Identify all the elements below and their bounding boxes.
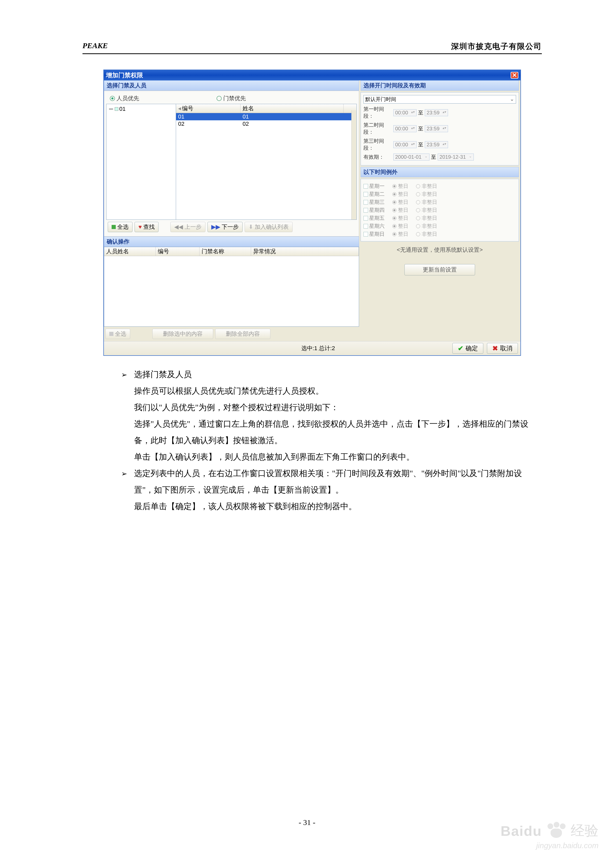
valid-label: 有效期： xyxy=(364,153,392,161)
status-text: 选中:1 总计:2 xyxy=(184,344,452,352)
radio-icon xyxy=(110,96,115,101)
not-whole-day-radio[interactable]: 非整日 xyxy=(416,207,437,214)
radio-door-first[interactable]: 门禁优先 xyxy=(216,95,246,102)
radio-icon xyxy=(216,96,222,101)
page-header: PEAKE 深圳市披克电子有限公司 xyxy=(82,41,542,54)
add-confirm-button[interactable]: ⬇加入确认列表 xyxy=(245,222,292,232)
whole-day-radio[interactable]: 整日 xyxy=(392,191,408,198)
day-row: 星期四整日非整日 xyxy=(364,207,516,214)
time3-start[interactable]: 00:00▴▾ xyxy=(393,141,417,148)
radio-personnel-first[interactable]: 人员优先 xyxy=(110,95,139,102)
select-all-button[interactable]: 全选 xyxy=(108,222,132,232)
day-checkbox[interactable]: 星期五 xyxy=(364,215,385,222)
add-permission-dialog: 增加门禁权限 ✕ 选择门禁及人员 人员优先 门禁优先 xyxy=(103,70,521,356)
whole-day-radio[interactable]: 整日 xyxy=(392,231,408,237)
day-row: 星期日整日非整日 xyxy=(364,231,516,237)
time1-end[interactable]: 23:59▴▾ xyxy=(425,109,448,116)
whole-day-radio[interactable]: 整日 xyxy=(392,207,408,214)
day-row: 星期一整日非整日 xyxy=(364,183,516,190)
instr-line: 选择"人员优先"，通过窗口左上角的群信息，找到欲授权的人员并选中，点击【下一步】… xyxy=(134,415,542,449)
date-end[interactable]: 2019-12-31⌄ xyxy=(438,153,474,161)
whole-day-radio[interactable]: 整日 xyxy=(392,215,408,222)
day-checkbox[interactable]: 星期二 xyxy=(364,191,385,198)
header-left: PEAKE xyxy=(82,41,108,52)
instr-title: 选择门禁及人员 xyxy=(134,366,542,383)
bullet-icon xyxy=(121,366,134,465)
add-icon: ⬇ xyxy=(249,224,253,230)
close-icon[interactable]: ✕ xyxy=(511,72,518,79)
except-section-header: 以下时间例外 xyxy=(361,167,519,177)
watermark-jing: 经验 xyxy=(571,822,598,840)
scrollbar[interactable] xyxy=(351,110,356,220)
instr-line: 选定列表中的人员，在右边工作窗口设置权限相关项："开门时间段及有效期"、"例外时… xyxy=(134,465,542,498)
dialog-title: 增加门禁权限 xyxy=(106,71,143,79)
to-label: 至 xyxy=(418,109,423,116)
not-whole-day-radio[interactable]: 非整日 xyxy=(416,215,437,222)
person-list[interactable]: ◂编号 姓名 01 01 02 02 xyxy=(176,104,356,220)
time2-end[interactable]: 23:59▴▾ xyxy=(425,125,448,132)
instr-line: 操作员可以根据人员优先或门禁优先进行人员授权。 xyxy=(134,383,542,399)
list-row[interactable]: 02 02 xyxy=(176,120,356,127)
day-row: 星期二整日非整日 xyxy=(364,191,516,198)
time3-end[interactable]: 23:59▴▾ xyxy=(425,141,448,148)
tree-root[interactable]: ─ 01 xyxy=(107,105,175,113)
cancel-button[interactable]: ✖取消 xyxy=(487,343,518,354)
watermark-url: jingyan.baidu.com xyxy=(501,841,598,850)
not-whole-day-radio[interactable]: 非整日 xyxy=(416,198,437,206)
x-icon: ✖ xyxy=(492,344,498,352)
prev-button[interactable]: ◀◀上一步 xyxy=(170,222,205,232)
update-button[interactable]: 更新当前设置 xyxy=(404,264,475,276)
day-checkbox[interactable]: 星期六 xyxy=(364,223,385,229)
delete-all-button[interactable]: 删除全部内容 xyxy=(215,329,270,339)
time1-start[interactable]: 00:00▴▾ xyxy=(393,109,417,116)
instr-line: 最后单击【确定】，该人员权限将被下载到相应的控制器中。 xyxy=(134,498,542,515)
whole-day-radio[interactable]: 整日 xyxy=(392,223,408,229)
prev-icon: ◀◀ xyxy=(174,224,183,230)
not-whole-day-radio[interactable]: 非整日 xyxy=(416,231,437,237)
titlebar: 增加门禁权限 ✕ xyxy=(104,70,521,81)
day-checkbox[interactable]: 星期四 xyxy=(364,207,385,214)
time2-start[interactable]: 00:00▴▾ xyxy=(393,125,417,132)
left-section-header: 选择门禁及人员 xyxy=(104,81,359,91)
header-right: 深圳市披克电子有限公司 xyxy=(451,41,542,52)
not-whole-day-radio[interactable]: 非整日 xyxy=(416,183,437,190)
day-checkbox[interactable]: 星期一 xyxy=(364,183,385,190)
whole-day-radio[interactable]: 整日 xyxy=(392,183,408,190)
radio-label: 门禁优先 xyxy=(223,95,246,102)
instr-line: 我们以"人员优先"为例，对整个授权过程进行说明如下： xyxy=(134,399,542,415)
not-whole-day-radio[interactable]: 非整日 xyxy=(416,191,437,198)
day-row: 星期五整日非整日 xyxy=(364,215,516,222)
list-row[interactable]: 01 01 xyxy=(176,113,356,120)
select-all-icon xyxy=(112,225,116,229)
ok-button[interactable]: ✔确定 xyxy=(452,343,483,354)
select-all-button-2[interactable]: 全选 xyxy=(106,329,130,339)
confirm-col-error[interactable]: 异常情况 xyxy=(251,247,359,256)
day-row: 星期六整日非整日 xyxy=(364,223,516,229)
note-line: <无通用设置，使用系统默认设置> xyxy=(361,243,519,264)
paw-icon xyxy=(546,822,567,840)
col-name[interactable]: 姓名 xyxy=(241,104,344,113)
date-start[interactable]: 2000-01-01⌄ xyxy=(393,153,429,161)
to-label: 至 xyxy=(418,141,423,148)
col-id[interactable]: 编号 xyxy=(182,105,193,112)
to-label: 至 xyxy=(418,125,423,132)
confirm-col-door[interactable]: 门禁名称 xyxy=(199,247,251,256)
next-icon: ▶▶ xyxy=(211,224,220,230)
open-time-select[interactable]: 默认开门时间⌄ xyxy=(364,95,516,104)
check-icon: ✔ xyxy=(458,344,463,352)
find-button[interactable]: ♥查找 xyxy=(135,222,159,232)
instructions: 选择门禁及人员 操作员可以根据人员优先或门禁优先进行人员授权。 我们以"人员优先… xyxy=(121,366,542,515)
delete-selected-button[interactable]: 删除选中的内容 xyxy=(152,329,213,339)
next-button[interactable]: ▶▶下一步 xyxy=(207,222,242,232)
not-whole-day-radio[interactable]: 非整日 xyxy=(416,223,437,229)
group-tree[interactable]: ─ 01 xyxy=(106,104,176,220)
bullet-icon xyxy=(121,465,134,515)
confirm-col-id[interactable]: 编号 xyxy=(156,247,199,256)
day-row: 星期三整日非整日 xyxy=(364,198,516,206)
whole-day-radio[interactable]: 整日 xyxy=(392,198,408,206)
confirm-col-name[interactable]: 人员姓名 xyxy=(104,247,156,256)
day-checkbox[interactable]: 星期三 xyxy=(364,198,385,206)
day-checkbox[interactable]: 星期日 xyxy=(364,231,385,237)
confirm-table: 人员姓名 编号 门禁名称 异常情况 xyxy=(104,247,359,327)
watermark: Baidu 经验 jingyan.baidu.com xyxy=(501,822,598,850)
